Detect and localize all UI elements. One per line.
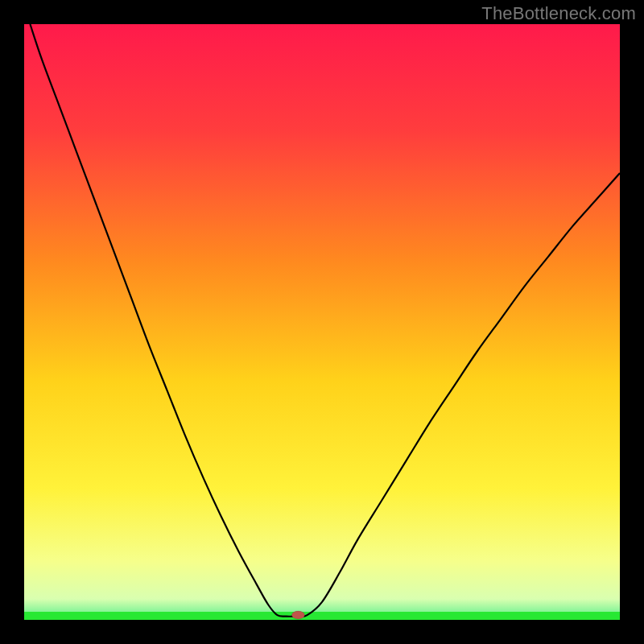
chart-container: TheBottleneck.com xyxy=(0,0,644,644)
bottleneck-chart-svg xyxy=(24,24,620,620)
watermark-text: TheBottleneck.com xyxy=(481,3,636,24)
optimal-zone-strip xyxy=(24,612,620,620)
svg-point-0 xyxy=(291,611,304,619)
optimal-point-marker xyxy=(291,611,304,619)
plot-area xyxy=(24,24,620,620)
gradient-background xyxy=(24,24,620,620)
